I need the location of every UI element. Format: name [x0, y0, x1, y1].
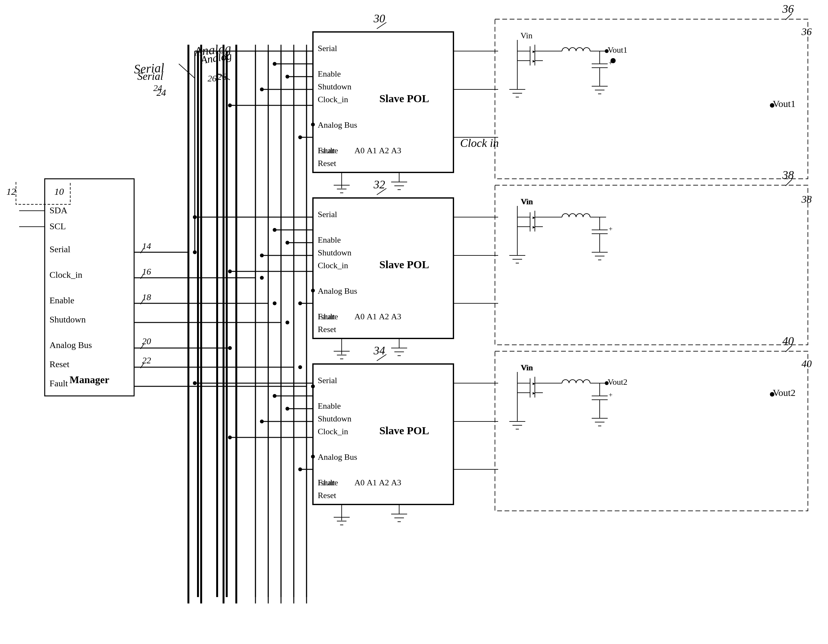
diagram-canvas: [0, 0, 828, 644]
